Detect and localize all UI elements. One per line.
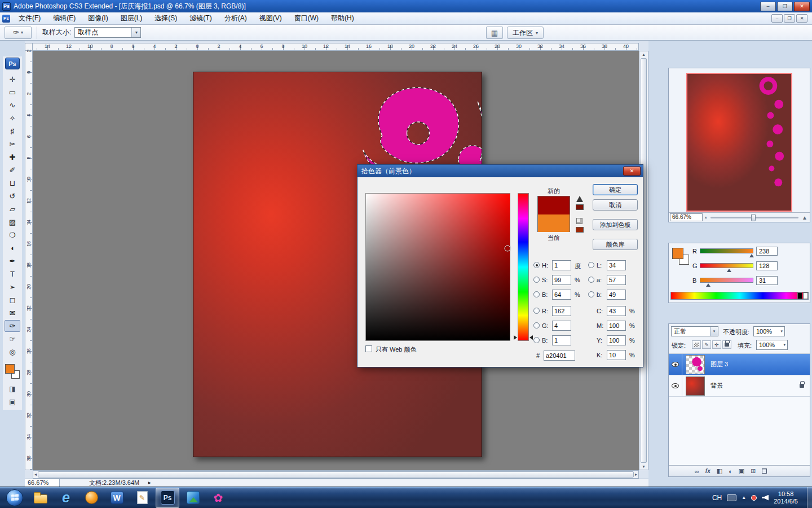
- navigator-zoom[interactable]: 66.67%: [670, 213, 703, 221]
- web-color-cube-icon[interactable]: [576, 218, 582, 224]
- doc-restore-button[interactable]: ❐: [784, 14, 795, 23]
- tool-eyedropper[interactable]: ✑: [5, 320, 20, 332]
- gamut-color-swatch[interactable]: [576, 204, 584, 210]
- ok-button[interactable]: 确定: [593, 184, 638, 195]
- menu-编辑(E)[interactable]: 编辑(E): [47, 12, 82, 25]
- tool-crop[interactable]: ♯: [5, 125, 20, 137]
- channel-slider[interactable]: [700, 248, 753, 253]
- tool-notes[interactable]: ✉: [5, 307, 20, 319]
- color-field-marker[interactable]: [505, 246, 511, 252]
- cancel-button[interactable]: 取消: [593, 199, 638, 211]
- add-to-swatches-button[interactable]: 添加到色板: [593, 219, 638, 230]
- visibility-toggle[interactable]: [669, 354, 682, 375]
- tool-history-brush[interactable]: ↺: [5, 190, 20, 202]
- status-menu-arrow[interactable]: ►: [147, 480, 152, 485]
- lock-transparency-button[interactable]: [692, 340, 701, 349]
- workspace-button[interactable]: 工作区 ▾: [507, 27, 544, 39]
- blend-mode-select[interactable]: 正常 ▼: [671, 326, 718, 336]
- fill-field[interactable]: 100% ▾: [756, 340, 788, 350]
- show-hidden-icons[interactable]: ▲: [742, 495, 746, 500]
- close-button[interactable]: ✕: [794, 2, 810, 11]
- channel-value[interactable]: 128: [756, 261, 778, 270]
- taskbar-browser[interactable]: [80, 488, 103, 508]
- radio-l[interactable]: [588, 262, 594, 268]
- scroll-down-icon[interactable]: ▾: [642, 464, 645, 469]
- minimize-button[interactable]: –: [760, 2, 776, 11]
- field-k[interactable]: 10: [607, 350, 626, 360]
- show-desktop-button[interactable]: [807, 487, 812, 508]
- field-bb[interactable]: 49: [607, 290, 626, 300]
- menu-分析(A)[interactable]: 分析(A): [218, 12, 253, 25]
- chevron-down-icon[interactable]: ▼: [710, 327, 718, 336]
- taskbar-ie[interactable]: e: [54, 488, 78, 508]
- horizontal-scrollbar[interactable]: ◂ ▸: [33, 470, 639, 479]
- channel-slider[interactable]: [700, 278, 753, 283]
- layer-row[interactable]: 背景: [669, 375, 810, 397]
- radio-h[interactable]: [533, 262, 540, 268]
- tool-move[interactable]: ✛: [5, 73, 20, 85]
- field-s[interactable]: 99: [552, 275, 571, 285]
- link-layers-icon[interactable]: ∞: [695, 468, 699, 475]
- slider-thumb[interactable]: [751, 214, 756, 221]
- language-indicator[interactable]: CH: [712, 494, 722, 502]
- dialog-close-button[interactable]: ✕: [623, 167, 641, 176]
- tool-dodge[interactable]: ◖: [5, 242, 20, 254]
- dialog-titlebar[interactable]: 拾色器（前景色） ✕: [358, 165, 643, 177]
- navigator-thumbnail[interactable]: [686, 73, 792, 212]
- scroll-left-icon[interactable]: ◂: [34, 472, 37, 477]
- tool-eraser[interactable]: ▱: [5, 203, 20, 215]
- horizontal-ruler[interactable]: 1412108642024681012141618202224262830323…: [33, 43, 639, 51]
- vertical-ruler[interactable]: 2024681012141618202224262830323436: [25, 51, 33, 470]
- scroll-right-icon[interactable]: ▸: [635, 472, 637, 477]
- menu-图像(I)[interactable]: 图像(I): [82, 12, 114, 25]
- hue-marker-right[interactable]: [529, 335, 533, 340]
- screen-mode-button[interactable]: ▣: [5, 396, 20, 408]
- visibility-toggle[interactable]: [669, 375, 682, 396]
- zoom-level[interactable]: 66.67%: [25, 479, 60, 487]
- navigator-zoom-slider[interactable]: [710, 217, 799, 218]
- menu-选择(S)[interactable]: 选择(S): [148, 12, 183, 25]
- radio-s[interactable]: [533, 277, 540, 283]
- radio-r[interactable]: [533, 308, 540, 314]
- web-color-swatch[interactable]: [576, 227, 584, 233]
- tool-clone-stamp[interactable]: ⊔: [5, 177, 20, 189]
- tool-pen[interactable]: ✒: [5, 255, 20, 267]
- channel-value[interactable]: 31: [756, 276, 778, 285]
- saturation-brightness-field[interactable]: [365, 193, 510, 341]
- hue-marker-left[interactable]: [514, 335, 517, 340]
- tool-zoom[interactable]: ◎: [5, 346, 20, 358]
- tool-blur[interactable]: ❍: [5, 229, 20, 241]
- zoom-out-icon[interactable]: ▴: [705, 215, 707, 220]
- channel-slider[interactable]: [700, 263, 753, 268]
- hue-slider[interactable]: [518, 193, 529, 341]
- tool-rectangular-marquee[interactable]: ▭: [5, 86, 20, 98]
- tool-preset-picker[interactable]: ✑ ▾: [5, 27, 32, 39]
- adjustment-layer-icon[interactable]: ◐: [729, 468, 732, 475]
- volume-icon[interactable]: [762, 495, 769, 501]
- taskbar-notepad[interactable]: ✎: [130, 488, 154, 508]
- opacity-field[interactable]: 100% ▾: [753, 326, 785, 336]
- taskbar-viewer[interactable]: [181, 488, 205, 508]
- lock-pixels-button[interactable]: ✎: [702, 340, 711, 349]
- menu-窗口(W)[interactable]: 窗口(W): [288, 12, 325, 25]
- taskbar-word[interactable]: W: [105, 488, 129, 508]
- scroll-up-icon[interactable]: ▴: [642, 52, 645, 57]
- taskbar-photoshop[interactable]: Ps: [156, 488, 179, 508]
- layer-thumbnail[interactable]: [686, 376, 705, 396]
- white-swatch[interactable]: [803, 292, 808, 299]
- clock[interactable]: 10:58 2014/6/5: [774, 491, 798, 505]
- field-g[interactable]: 4: [552, 321, 571, 331]
- sample-size-select[interactable]: 取样点 ▼: [74, 27, 141, 38]
- layer-mask-icon[interactable]: ◧: [717, 467, 722, 475]
- field-l[interactable]: 34: [607, 260, 626, 270]
- zoom-in-icon[interactable]: ▲: [802, 214, 807, 221]
- foreground-color-swatch[interactable]: [5, 364, 15, 374]
- menu-文件(F)[interactable]: 文件(F): [12, 12, 47, 25]
- field-b2[interactable]: 1: [552, 335, 571, 345]
- tool-spot-healing[interactable]: ✚: [5, 151, 20, 163]
- menu-图层(L)[interactable]: 图层(L): [114, 12, 149, 25]
- field-y[interactable]: 100: [607, 335, 626, 345]
- color-spectrum-ramp[interactable]: [670, 292, 809, 300]
- tool-path-selection[interactable]: ➢: [5, 281, 20, 293]
- field-a[interactable]: 57: [607, 275, 626, 285]
